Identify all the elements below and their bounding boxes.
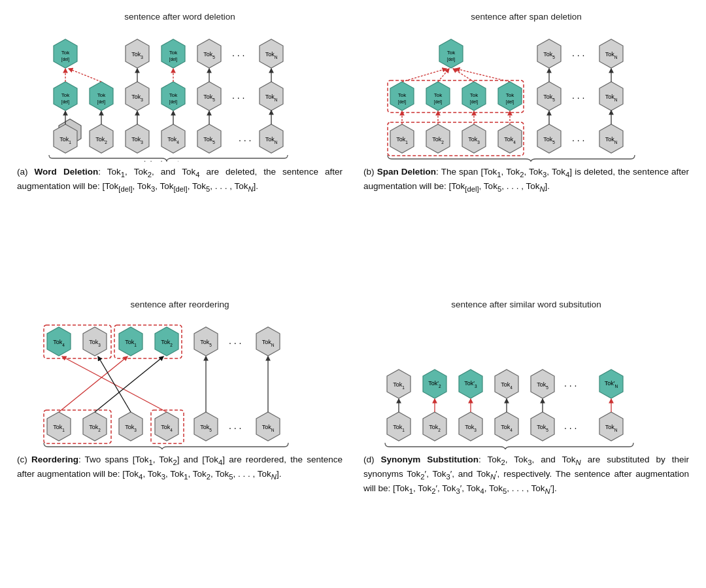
svg-text:Tok: Tok [506, 92, 514, 98]
svg-text:. . .: . . . [572, 48, 584, 58]
panel-synonym: sentence after similar word subsitution … [353, 294, 699, 582]
caption-synonym: (d) Synonym Substitution: Tok2, Tok3, an… [361, 453, 692, 496]
panel-word-deletion: sentence after word deletion Tok ₁ [7, 7, 353, 294]
svg-text:Tok: Tok [169, 50, 178, 56]
svg-text:. . .: . . . [232, 90, 244, 101]
svg-text:original sentence: original sentence [482, 161, 541, 162]
svg-line-108 [456, 69, 510, 82]
svg-text:. . .: . . . [229, 421, 241, 431]
svg-text:[del]: [del] [434, 99, 442, 105]
svg-text:[del]: [del] [97, 99, 105, 105]
svg-line-143 [59, 356, 127, 412]
svg-text:. . .: . . . [239, 133, 251, 143]
svg-text:. . .: . . . [229, 336, 241, 346]
svg-text:. . .: . . . [564, 421, 577, 431]
title-span-deletion: sentence after span deletion [471, 12, 582, 22]
caption-letter-d: (d) [363, 455, 381, 464]
svg-text:. . .: . . . [564, 378, 577, 389]
caption-bold-a: Word Deletion [35, 167, 99, 177]
svg-text:original sentence: original sentence [477, 449, 537, 449]
svg-text:Tok: Tok [61, 92, 70, 98]
diagram-synonym: Tok1 Tok2 Tok3 Tok4 Tok5 . [361, 312, 692, 449]
svg-line-107 [453, 69, 474, 82]
svg-text:[del]: [del] [61, 57, 69, 62]
caption-bold-b: Span Deletion [377, 167, 436, 177]
svg-text:Tok: Tok [434, 92, 443, 98]
caption-letter-a: (a) [17, 167, 35, 177]
caption-span-deletion: (b) Span Deletion: The span [Tok1, Tok2,… [361, 165, 692, 194]
caption-reordering: (c) Reordering: Two spans [Tok1, Tok2] a… [14, 453, 345, 482]
caption-word-deletion: (a) Word Deletion: Tok1, Tok2, and Tok4 … [14, 165, 345, 194]
svg-line-144 [95, 356, 163, 412]
svg-text:[del]: [del] [506, 99, 514, 105]
svg-text:[del]: [del] [61, 99, 69, 105]
panel-span-deletion: sentence after span deletion Tok1 [353, 7, 699, 294]
svg-line-145 [98, 356, 131, 412]
svg-text:Tok: Tok [169, 92, 178, 98]
diagram-word-deletion: Tok ₁ Tok1 Tok1 Tok2 [14, 24, 345, 162]
svg-text:Tok: Tok [398, 92, 407, 98]
svg-line-105 [402, 69, 446, 82]
svg-text:[del]: [del] [169, 57, 177, 62]
title-word-deletion: sentence after word deletion [124, 12, 235, 22]
caption-bold-c: Reordering [31, 455, 78, 464]
title-reordering: sentence after reordering [131, 300, 229, 309]
svg-text:[del]: [del] [470, 99, 478, 105]
svg-text:Tok: Tok [447, 50, 456, 56]
title-synonym: sentence after similar word subsitution [451, 300, 601, 309]
svg-text:. . .: . . . [572, 90, 584, 101]
svg-text:[del]: [del] [398, 99, 406, 105]
caption-bold-d: Synonym Substitution [381, 455, 479, 464]
svg-text:original sentence: original sentence [133, 449, 192, 449]
svg-text:original sentence: original sentence [137, 160, 197, 162]
svg-text:[del]: [del] [169, 99, 177, 105]
svg-text:Tok: Tok [97, 92, 106, 98]
svg-text:. . .: . . . [232, 48, 244, 58]
main-container: sentence after word deletion Tok ₁ [0, 0, 706, 588]
svg-text:Tok: Tok [470, 92, 479, 98]
caption-letter-c: (c) [17, 455, 31, 464]
diagram-reordering: Tok1 Tok2 Tok3 Tok4 Tok5 . [14, 312, 345, 449]
diagram-span-deletion: Tok1 Tok2 Tok3 Tok4 Tok5 . [361, 24, 692, 162]
caption-letter-b: (b) [363, 167, 377, 177]
panel-reordering: sentence after reordering [7, 294, 353, 582]
svg-text:Tok: Tok [61, 50, 70, 56]
svg-text:[del]: [del] [447, 57, 455, 62]
svg-line-55 [69, 69, 101, 82]
svg-text:. . .: . . . [572, 133, 584, 143]
